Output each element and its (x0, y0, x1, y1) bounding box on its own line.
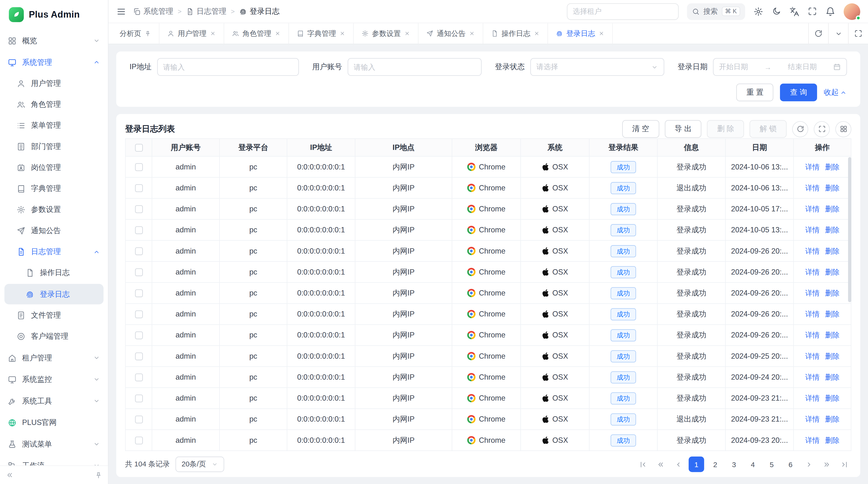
row-checkbox[interactable] (135, 205, 143, 213)
delete-link[interactable]: 删除 (825, 415, 840, 423)
close-icon[interactable] (598, 30, 604, 36)
row-checkbox[interactable] (135, 332, 143, 340)
detail-link[interactable]: 详情 (805, 184, 819, 192)
clear-button[interactable]: 清 空 (622, 120, 659, 138)
page-size-select[interactable]: 20条/页 (176, 456, 224, 472)
prev-page-button[interactable] (671, 457, 685, 472)
tab-dict-management[interactable]: 字典管理 (289, 23, 354, 44)
row-checkbox[interactable] (135, 184, 143, 192)
delete-link[interactable]: 删除 (825, 310, 840, 318)
table-scrollbar[interactable] (848, 157, 851, 302)
detail-link[interactable]: 详情 (805, 226, 819, 234)
next-page-button[interactable] (802, 457, 816, 472)
delete-link[interactable]: 删除 (825, 184, 840, 192)
language-icon[interactable] (789, 6, 799, 16)
sidebar-item-param-settings[interactable]: 参数设置 (0, 199, 108, 220)
row-checkbox[interactable] (135, 311, 143, 318)
column-settings-icon[interactable] (835, 121, 851, 137)
sidebar-item-log-management[interactable]: 日志管理 (0, 241, 108, 262)
account-filter-input[interactable] (348, 58, 482, 76)
query-button[interactable]: 查 询 (780, 84, 817, 101)
detail-link[interactable]: 详情 (805, 373, 819, 381)
close-icon[interactable] (534, 30, 539, 36)
breadcrumb-item-system-management[interactable]: 系统管理 (133, 6, 173, 16)
delete-link[interactable]: 删除 (825, 226, 840, 234)
sidebar-item-dept-management[interactable]: 部门管理 (0, 136, 108, 157)
close-icon[interactable] (339, 30, 345, 36)
notifications-icon[interactable] (825, 6, 835, 16)
row-checkbox[interactable] (135, 353, 143, 360)
page-button-5[interactable]: 5 (764, 456, 779, 472)
delete-link[interactable]: 删除 (825, 373, 840, 381)
delete-link[interactable]: 删除 (825, 436, 840, 444)
sidebar-item-system-management[interactable]: 系统管理 (0, 52, 108, 73)
row-checkbox[interactable] (135, 268, 143, 276)
close-icon[interactable] (210, 30, 216, 36)
breadcrumb-item-login-log[interactable]: 登录日志 (239, 6, 280, 16)
delete-link[interactable]: 删除 (825, 267, 840, 276)
delete-link[interactable]: 删除 (825, 204, 840, 213)
reset-button[interactable]: 重 置 (737, 84, 774, 101)
page-button-2[interactable]: 2 (707, 456, 723, 472)
pin-sidebar-icon[interactable] (95, 471, 102, 479)
sidebar-item-overview[interactable]: 概览 (0, 30, 108, 52)
sidebar-item-plus-website[interactable]: PLUS官网 (0, 412, 108, 433)
refresh-table-icon[interactable] (792, 121, 808, 137)
tab-user-management[interactable]: 用户管理 (159, 23, 224, 44)
row-checkbox[interactable] (135, 374, 143, 381)
pin-icon[interactable] (145, 30, 151, 37)
delete-link[interactable]: 删除 (825, 162, 840, 171)
sidebar-item-login-log[interactable]: 登录日志 (4, 284, 103, 304)
detail-link[interactable]: 详情 (805, 289, 819, 297)
sidebar-item-file-management[interactable]: 文件管理 (0, 305, 108, 326)
expand-content-icon[interactable] (848, 23, 868, 44)
tab-analysis[interactable]: 分析页 (112, 23, 159, 44)
sidebar-item-system-tools[interactable]: 系统工具 (0, 390, 108, 412)
tab-param-settings[interactable]: 参数设置 (354, 23, 418, 44)
export-button[interactable]: 导 出 (665, 120, 702, 138)
sidebar-item-client-management[interactable]: 客户端管理 (0, 326, 108, 347)
sidebar-item-tenant-management[interactable]: 租户管理 (0, 347, 108, 369)
avatar[interactable] (844, 3, 860, 20)
sidebar-item-operation-log[interactable]: 操作日志 (0, 262, 108, 283)
page-button-3[interactable]: 3 (726, 456, 742, 472)
delete-link[interactable]: 删除 (825, 394, 840, 402)
sidebar-item-dict-management[interactable]: 字典管理 (0, 178, 108, 199)
page-button-1[interactable]: 1 (689, 456, 704, 472)
tab-role-management[interactable]: 角色管理 (224, 23, 289, 44)
ip-filter-input[interactable] (157, 58, 299, 76)
refresh-page-icon[interactable] (808, 23, 828, 44)
row-checkbox[interactable] (135, 227, 143, 234)
detail-link[interactable]: 详情 (805, 162, 819, 171)
search-button[interactable]: 搜索 ⌘ K (687, 3, 745, 20)
close-icon[interactable] (469, 30, 475, 36)
sidebar-item-menu-management[interactable]: 菜单管理 (0, 115, 108, 136)
sidebar-item-system-monitor[interactable]: 系统监控 (0, 368, 108, 390)
row-checkbox[interactable] (135, 289, 143, 297)
tab-operation-log[interactable]: 操作日志 (483, 23, 548, 44)
tab-notice[interactable]: 通知公告 (418, 23, 484, 44)
page-button-6[interactable]: 6 (783, 456, 798, 472)
sidebar-item-notice[interactable]: 通知公告 (0, 220, 108, 241)
select-all-checkbox[interactable] (135, 144, 143, 152)
settings-icon[interactable] (753, 6, 763, 16)
page-button-4[interactable]: 4 (745, 456, 761, 472)
dark-mode-icon[interactable] (772, 7, 781, 16)
fullscreen-icon[interactable] (808, 7, 817, 16)
detail-link[interactable]: 详情 (805, 204, 819, 213)
delete-button[interactable]: 删 除 (707, 120, 744, 138)
last-page-button[interactable] (837, 457, 851, 472)
collapse-sidebar-icon[interactable] (5, 471, 14, 479)
delete-link[interactable]: 删除 (825, 331, 840, 339)
detail-link[interactable]: 详情 (805, 394, 819, 402)
detail-link[interactable]: 详情 (805, 415, 819, 423)
sidebar-item-role-management[interactable]: 角色管理 (0, 94, 108, 115)
fullscreen-table-icon[interactable] (814, 121, 830, 137)
login-status-select[interactable]: 请选择 (530, 58, 664, 76)
delete-link[interactable]: 删除 (825, 247, 840, 255)
detail-link[interactable]: 详情 (805, 267, 819, 276)
collapse-filters-link[interactable]: 收起 (824, 88, 847, 97)
sidebar-item-post-management[interactable]: 岗位管理 (0, 157, 108, 178)
delete-link[interactable]: 删除 (825, 352, 840, 360)
hamburger-icon[interactable] (116, 6, 126, 16)
